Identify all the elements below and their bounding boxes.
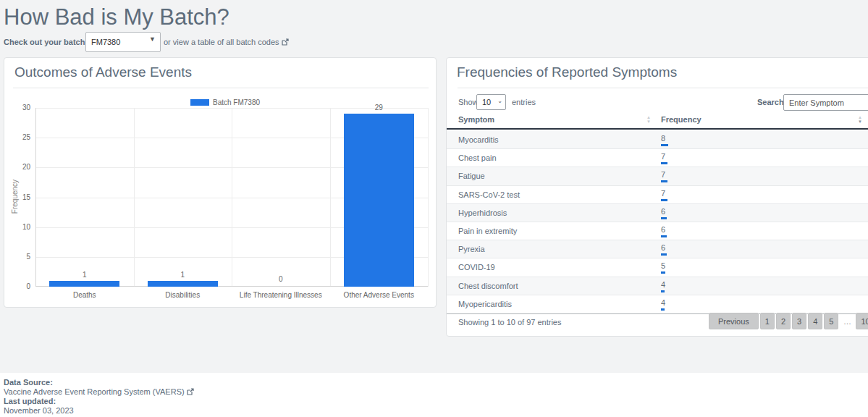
cell-symptom: Hyperhidrosis xyxy=(458,208,507,217)
bar-value-label: 1 xyxy=(49,271,119,279)
bar-disabilities[interactable] xyxy=(148,281,218,287)
table-row: Myocarditis8 xyxy=(447,131,868,149)
symptom-table-body: Myocarditis8Chest pain7Fatigue7SARS-CoV-… xyxy=(447,131,868,314)
cell-frequency: 4 xyxy=(661,298,665,307)
chart-legend[interactable]: Batch FM7380 xyxy=(190,98,260,106)
external-link-icon xyxy=(187,388,194,397)
footer: Data Source: Vaccine Adverse Event Repor… xyxy=(4,378,194,415)
cell-symptom: Myopericarditis xyxy=(458,300,512,308)
legend-swatch xyxy=(190,99,209,106)
frequency-mini-bar xyxy=(661,235,667,237)
x-axis-label: Disabilities xyxy=(134,291,232,299)
batch-code-select[interactable]: FM7380 xyxy=(86,33,160,51)
cell-symptom: Myocarditis xyxy=(458,135,499,144)
pagination-1[interactable]: 1 xyxy=(760,313,775,329)
sort-icon[interactable]: ▲▼ xyxy=(646,115,651,124)
table-row: COVID-195 xyxy=(447,258,868,277)
cell-symptom: Pain in extremity xyxy=(458,227,517,235)
y-tick-label: 5 xyxy=(9,253,30,261)
vaers-link-label: Vaccine Adverse Event Reporting System (… xyxy=(4,387,185,396)
y-tick-label: 0 xyxy=(9,282,30,290)
outcomes-panel: Outcomes of Adverse Events Batch FM7380 … xyxy=(4,57,437,308)
table-row: Pyrexia6 xyxy=(447,240,868,258)
column-header-frequency[interactable]: Frequency xyxy=(661,115,701,124)
pagination-3[interactable]: 3 xyxy=(792,313,806,329)
symptoms-panel: Frequencies of Reported Symptoms Show 10… xyxy=(446,57,868,337)
gridline xyxy=(134,108,135,287)
page-title: How Bad is My Batch? xyxy=(4,4,229,30)
x-axis-label: Deaths xyxy=(35,291,133,299)
chart-plot: 0510152025301Deaths1Disabilities0Life Th… xyxy=(35,108,428,287)
all-batch-codes-link[interactable]: or view a table of all batch codes xyxy=(164,38,289,47)
last-updated-label: Last updated: xyxy=(4,397,194,406)
cell-frequency: 6 xyxy=(661,243,665,252)
all-batch-codes-link-label: or view a table of all batch codes xyxy=(164,38,279,46)
y-tick-label: 20 xyxy=(9,163,30,171)
y-tick-label: 10 xyxy=(9,223,30,231)
gridline xyxy=(330,108,331,287)
cell-symptom: COVID-19 xyxy=(458,263,495,271)
cell-frequency: 4 xyxy=(661,280,665,289)
table-row: Pain in extremity6 xyxy=(447,222,868,240)
column-header-symptom[interactable]: Symptom xyxy=(458,115,494,124)
cell-symptom: Chest pain xyxy=(458,153,497,162)
pagination-ellipsis: … xyxy=(840,317,854,326)
legend-label: Batch FM7380 xyxy=(213,98,260,106)
bar-other-adverse-events[interactable] xyxy=(344,114,414,287)
outcomes-panel-title: Outcomes of Adverse Events xyxy=(14,64,192,80)
table-row: Chest discomfort4 xyxy=(447,277,868,295)
bar-deaths[interactable] xyxy=(49,281,119,287)
cell-frequency: 7 xyxy=(661,189,665,198)
pagination-previous[interactable]: Previous xyxy=(709,313,759,329)
pagination: Previous12345…10Next xyxy=(709,313,868,329)
y-tick-label: 25 xyxy=(9,133,30,141)
table-row: Chest pain7 xyxy=(447,149,868,167)
cell-symptom: Fatigue xyxy=(458,172,485,180)
frequency-mini-bar xyxy=(661,290,665,292)
table-row: Fatigue7 xyxy=(447,167,868,185)
table-info: Showing 1 to 10 of 97 entries xyxy=(458,318,561,327)
search-label: Search: xyxy=(757,98,786,106)
pagination-2[interactable]: 2 xyxy=(776,313,791,329)
y-axis-line xyxy=(35,108,36,287)
divider xyxy=(458,88,868,88)
pagination-4[interactable]: 4 xyxy=(808,313,822,329)
table-row: SARS-CoV-2 test7 xyxy=(447,186,868,204)
cell-frequency: 6 xyxy=(661,225,665,234)
frequency-mini-bar xyxy=(661,253,667,256)
table-row: Myopericarditis4 xyxy=(447,295,868,313)
frequency-mini-bar xyxy=(661,271,665,274)
y-tick-label: 15 xyxy=(9,193,30,201)
frequency-mini-bar xyxy=(661,308,665,311)
entries-label: entries xyxy=(512,98,536,106)
cell-frequency: 8 xyxy=(661,134,665,143)
frequency-mini-bar xyxy=(661,162,667,164)
pagination-10[interactable]: 10 xyxy=(856,313,868,329)
table-header-row: Symptom ▲▼ Frequency ▲▼ xyxy=(447,112,868,130)
table-row: Hyperhidrosis6 xyxy=(447,204,868,222)
cell-frequency: 7 xyxy=(661,170,665,179)
frequency-mini-bar xyxy=(661,144,668,146)
cell-symptom: Chest discomfort xyxy=(458,282,518,290)
x-axis-label: Other Adverse Events xyxy=(330,291,428,299)
external-link-icon xyxy=(282,38,289,47)
bar-value-label: 0 xyxy=(245,275,316,283)
gridline xyxy=(232,108,232,287)
frequency-mini-bar xyxy=(661,180,667,182)
batch-code-select-wrap: FM7380 ▼ xyxy=(85,32,161,52)
show-label: Show xyxy=(458,98,479,106)
bar-value-label: 1 xyxy=(148,271,218,279)
frequency-mini-bar xyxy=(661,199,667,201)
frequency-mini-bar xyxy=(661,217,667,219)
bar-value-label: 29 xyxy=(344,104,414,111)
vaers-link[interactable]: Vaccine Adverse Event Reporting System (… xyxy=(4,387,194,397)
cell-symptom: SARS-CoV-2 test xyxy=(458,190,520,199)
pagination-5[interactable]: 5 xyxy=(824,313,838,329)
sort-icon[interactable]: ▲▼ xyxy=(858,115,862,124)
divider xyxy=(13,88,429,88)
search-input[interactable] xyxy=(783,94,868,111)
page-size-select[interactable]: 10 xyxy=(477,95,505,109)
page-size-select-wrap: 10 ⌄ xyxy=(476,94,506,110)
cell-frequency: 7 xyxy=(661,152,665,161)
last-updated-value: November 03, 2023 xyxy=(4,406,194,416)
